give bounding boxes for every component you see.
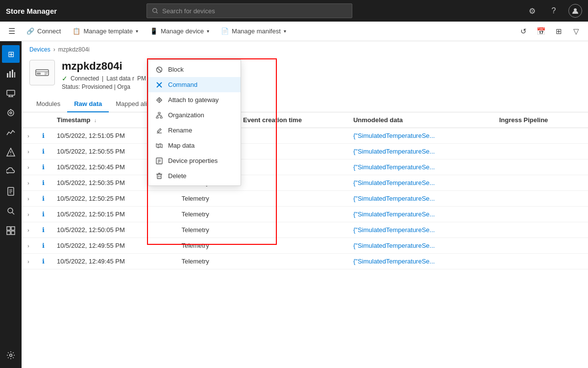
device-info: mzpkdz804i ✓ Connected | Last data r PM … [62, 60, 146, 90]
unmodeled-cell[interactable]: {"SimulatedTemperatureSe... [347, 159, 493, 175]
svg-point-12 [10, 112, 12, 114]
delete-icon [155, 173, 163, 180]
organization-label: Organization [168, 111, 204, 119]
template-chevron-icon: ▾ [136, 28, 138, 34]
user-avatar[interactable] [568, 4, 582, 18]
info-cell[interactable]: ℹ [36, 207, 51, 222]
info-cell[interactable]: ℹ [36, 175, 51, 191]
dropdown-item-attach_gateway[interactable]: Attach to gateway [148, 92, 241, 107]
unmodeled-cell[interactable]: {"SimulatedTemperatureSe... [347, 222, 493, 238]
sidebar-item-grid[interactable] [2, 222, 20, 239]
info-cell[interactable]: ℹ [36, 144, 51, 159]
layout-button[interactable]: ⊞ [551, 24, 566, 39]
sidebar-item-cloud[interactable] [2, 163, 20, 181]
type-cell: Telemetry [175, 207, 237, 222]
expand-cell[interactable]: › [22, 191, 36, 207]
dropdown-item-block[interactable]: Block [148, 62, 241, 77]
dropdown-item-delete[interactable]: Delete [148, 168, 241, 184]
status-provisioned: Status: Provisioned | Orga [62, 83, 146, 90]
manage-manifest-button[interactable]: 📄 Manage manifest ▾ [216, 25, 291, 38]
unmodeled-cell[interactable]: {"SimulatedTemperatureSe... [347, 128, 493, 144]
table-row: › ℹ 10/5/2022, 12:49:45 PM Telemetry {"S… [22, 254, 588, 269]
event-time-cell [237, 222, 347, 238]
sidebar-item-chart[interactable] [2, 65, 20, 82]
secondary-nav: ☰ 🔗 Connect 📋 Manage template ▾ 📱 Manage… [0, 22, 588, 41]
refresh-button[interactable]: ↺ [515, 24, 531, 39]
unmodeled-cell[interactable]: {"SimulatedTemperatureSe... [347, 254, 493, 269]
sidebar-item-settings[interactable] [2, 346, 20, 364]
col-expand [22, 112, 36, 128]
table-row: › ℹ 10/5/2022, 12:50:55 PM Telemetry {"S… [22, 144, 588, 159]
calendar-button[interactable]: 📅 [533, 24, 549, 39]
info-cell[interactable]: ℹ [36, 159, 51, 175]
settings-icon[interactable]: ⚙ [525, 4, 539, 18]
hamburger-menu[interactable]: ☰ [4, 24, 20, 39]
timestamp-cell: 10/5/2022, 12:50:25 PM [51, 191, 175, 207]
table-row: › ℹ 10/5/2022, 12:50:15 PM Telemetry {"S… [22, 207, 588, 222]
unmodeled-cell[interactable]: {"SimulatedTemperatureSe... [347, 207, 493, 222]
expand-cell[interactable]: › [22, 159, 36, 175]
info-cell[interactable]: ℹ [36, 128, 51, 144]
dropdown-item-device_properties[interactable]: Device properties [148, 153, 241, 168]
breadcrumb: Devices › mzpkdz804i [22, 41, 588, 56]
sidebar-item-home[interactable]: ⊞ [2, 45, 20, 63]
unmodeled-cell[interactable]: {"SimulatedTemperatureSe... [347, 175, 493, 191]
breadcrumb-devices[interactable]: Devices [29, 46, 50, 53]
dropdown-item-command[interactable]: Command [148, 77, 241, 92]
sidebar-item-docs[interactable] [2, 183, 20, 200]
status-connected-label: Connected [71, 75, 99, 82]
sidebar-item-connect[interactable] [2, 104, 20, 122]
data-table: Timestamp ↓ Event creation time Unmodele… [22, 112, 588, 269]
manage-device-button[interactable]: 📱 Manage device ▾ [145, 25, 214, 38]
info-cell[interactable]: ℹ [36, 191, 51, 207]
expand-cell[interactable]: › [22, 175, 36, 191]
unmodeled-cell[interactable]: {"SimulatedTemperatureSe... [347, 238, 493, 254]
svg-rect-7 [7, 90, 15, 95]
unmodeled-cell[interactable]: {"SimulatedTemperatureSe... [347, 144, 493, 159]
dropdown-item-rename[interactable]: Rename [148, 123, 241, 138]
svg-rect-25 [7, 231, 10, 235]
attach_gateway-label: Attach to gateway [168, 96, 219, 104]
filter-button[interactable]: ▽ [568, 24, 584, 39]
command-icon [155, 81, 163, 88]
info-cell[interactable]: ℹ [36, 222, 51, 238]
block-label: Block [168, 66, 184, 73]
svg-rect-4 [9, 71, 11, 78]
search-bar[interactable] [147, 3, 352, 18]
search-icon [152, 7, 158, 14]
expand-cell[interactable]: › [22, 254, 36, 269]
tab-raw-data[interactable]: Raw data [67, 96, 109, 112]
col-event-time: Event creation time [237, 112, 347, 128]
table-row: › ℹ 10/5/2022, 12:50:45 PM Telemetry {"S… [22, 159, 588, 175]
svg-rect-23 [7, 227, 10, 230]
expand-cell[interactable]: › [22, 207, 36, 222]
info-cell[interactable]: ℹ [36, 238, 51, 254]
pipeline-cell [493, 254, 588, 269]
table-row: › ℹ 10/5/2022, 12:51:05 PM {"SimulatedTe… [22, 128, 588, 144]
tab-modules[interactable]: Modules [29, 96, 67, 112]
svg-rect-58 [157, 174, 161, 179]
command-label: Command [168, 81, 197, 88]
dropdown-item-map_data[interactable]: Map data [148, 138, 241, 153]
sidebar-item-search[interactable] [2, 202, 20, 220]
manifest-chevron-icon: ▾ [284, 28, 286, 34]
expand-cell[interactable]: › [22, 128, 36, 144]
sidebar-item-rules[interactable] [2, 143, 20, 161]
sidebar-item-analyze[interactable] [2, 124, 20, 141]
connect-button[interactable]: 🔗 Connect [22, 25, 66, 38]
table-container: Timestamp ↓ Event creation time Unmodele… [22, 112, 588, 356]
unmodeled-cell[interactable]: {"SimulatedTemperatureSe... [347, 191, 493, 207]
device-icon-box [29, 60, 55, 85]
map_data-icon [155, 142, 163, 149]
expand-cell[interactable]: › [22, 144, 36, 159]
pipeline-cell [493, 191, 588, 207]
dropdown-item-organization[interactable]: Organization [148, 107, 241, 123]
search-input[interactable] [162, 7, 347, 15]
expand-cell[interactable]: › [22, 222, 36, 238]
expand-cell[interactable]: › [22, 238, 36, 254]
info-cell[interactable]: ℹ [36, 254, 51, 269]
type-cell: Telemetry [175, 238, 237, 254]
help-icon[interactable]: ? [547, 4, 561, 18]
sidebar-item-device[interactable] [2, 84, 20, 102]
manage-template-button[interactable]: 📋 Manage template ▾ [68, 25, 143, 38]
